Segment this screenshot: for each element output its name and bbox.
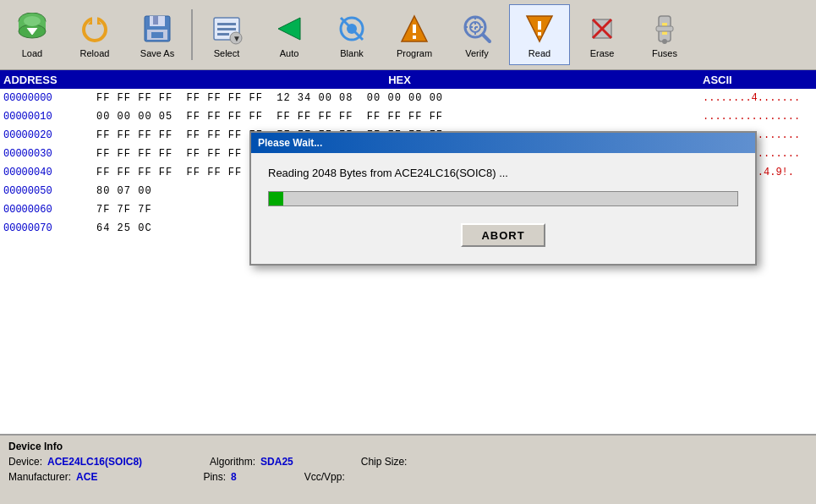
load-icon [15, 12, 49, 46]
header-hex: HEX [96, 74, 703, 86]
table-row: 00000000 FF FF FF FF FF FF FF FF 12 34 0… [0, 89, 816, 107]
progress-bar-fill [269, 192, 283, 205]
reload-icon [78, 12, 112, 46]
read-label: Read [528, 48, 550, 58]
toolbar-sep-1 [191, 9, 193, 60]
vccvpp-label: Vcc/Vpp: [304, 471, 345, 483]
svg-rect-11 [151, 32, 163, 38]
modal-buttons: ABORT [268, 223, 738, 247]
read-icon [523, 12, 556, 46]
device-value: ACE24LC16(SOIC8) [47, 456, 142, 468]
device-label: Device: [8, 456, 42, 468]
saveas-label: Save As [140, 48, 174, 58]
modal-dialog: Please Wait... Reading 2048 Bytes from A… [249, 131, 757, 266]
erase-icon [585, 12, 619, 46]
chipsize-info: Chip Size: [361, 456, 408, 468]
program-icon [397, 12, 431, 46]
svg-rect-24 [413, 36, 416, 39]
reload-label: Reload [80, 48, 110, 58]
blank-button[interactable]: Blank [321, 4, 382, 65]
svg-rect-32 [538, 32, 541, 36]
device-info: Device: ACE24LC16(SOIC8) [8, 456, 142, 468]
table-row: 00000010 00 00 00 05 FF FF FF FF FF FF F… [0, 107, 816, 126]
toolbar: Load Reload Save As [0, 0, 816, 70]
pins-info: Pins: 8 [203, 471, 236, 483]
fuses-button[interactable]: Fuses [634, 4, 695, 65]
load-button[interactable]: Load [2, 4, 63, 65]
blank-icon [335, 12, 369, 46]
saveas-button[interactable]: Save As [127, 4, 188, 65]
svg-rect-14 [217, 28, 236, 30]
manufacturer-label: Manufacturer: [8, 471, 71, 483]
svg-text:▼: ▼ [233, 34, 241, 43]
auto-button[interactable]: Auto [259, 4, 320, 65]
manufacturer-info: Manufacturer: ACE [8, 471, 97, 483]
pins-value: 8 [231, 471, 237, 483]
verify-label: Verify [465, 48, 489, 58]
auto-icon [272, 12, 306, 46]
progress-bar-container [268, 191, 738, 206]
svg-rect-13 [217, 23, 236, 25]
select-icon: ▼ [210, 12, 244, 46]
pins-label: Pins: [203, 471, 226, 483]
verify-icon [460, 12, 494, 46]
header-ascii: ASCII [703, 74, 813, 86]
blank-label: Blank [340, 48, 364, 58]
modal-title: Please Wait... [258, 137, 322, 149]
svg-point-39 [662, 39, 667, 44]
chipsize-label: Chip Size: [361, 456, 408, 468]
vccvpp-info: Vcc/Vpp: [304, 471, 345, 483]
read-button[interactable]: Read [509, 4, 570, 65]
modal-titlebar: Please Wait... [251, 133, 755, 153]
hex-header: ADDRESS HEX ASCII [0, 70, 816, 89]
svg-marker-18 [278, 18, 300, 40]
modal-message: Reading 2048 Bytes from ACE24LC16(SOIC8)… [268, 167, 738, 179]
algorithm-info: Algorithm: SDA25 [210, 456, 293, 468]
svg-rect-6 [92, 16, 97, 26]
svg-point-3 [24, 16, 41, 26]
svg-rect-23 [413, 25, 416, 33]
svg-rect-9 [153, 16, 158, 25]
modal-body: Reading 2048 Bytes from ACE24LC16(SOIC8)… [251, 153, 755, 264]
reload-button[interactable]: Reload [64, 4, 125, 65]
algorithm-label: Algorithm: [210, 456, 255, 468]
program-button[interactable]: Program [384, 4, 445, 65]
saveas-icon [140, 12, 174, 46]
select-button[interactable]: ▼ Select [196, 4, 257, 65]
manufacturer-value: ACE [76, 471, 97, 483]
auto-label: Auto [280, 48, 299, 58]
header-address: ADDRESS [3, 74, 96, 86]
svg-rect-38 [656, 26, 673, 31]
status-row-1: Device: ACE24LC16(SOIC8) Algorithm: SDA2… [8, 456, 808, 468]
status-bar: Device Info Device: ACE24LC16(SOIC8) Alg… [0, 434, 816, 504]
verify-button[interactable]: Verify [446, 4, 507, 65]
erase-button[interactable]: Erase [572, 4, 633, 65]
program-label: Program [397, 48, 432, 58]
select-label: Select [214, 48, 240, 58]
fuses-icon [648, 12, 682, 46]
status-title: Device Info [8, 441, 808, 452]
abort-button[interactable]: ABORT [461, 223, 545, 247]
status-row-2: Manufacturer: ACE Pins: 8 Vcc/Vpp: [8, 471, 808, 483]
svg-line-27 [483, 35, 490, 41]
erase-label: Erase [590, 48, 615, 58]
fuses-label: Fuses [652, 48, 677, 58]
svg-rect-31 [538, 21, 541, 30]
algorithm-value: SDA25 [260, 456, 293, 468]
load-label: Load [22, 48, 42, 58]
svg-rect-15 [217, 33, 229, 36]
